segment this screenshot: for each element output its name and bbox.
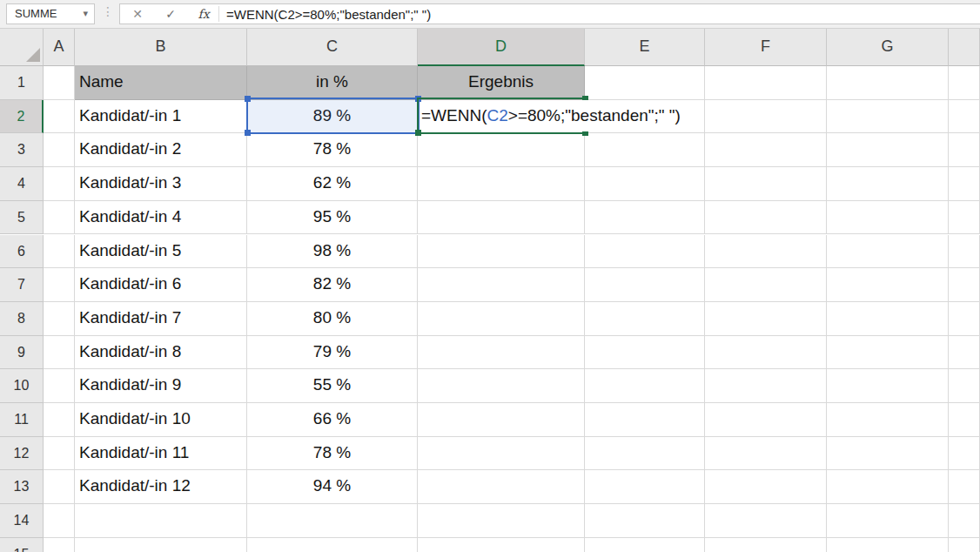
cell-A5[interactable] xyxy=(44,201,75,235)
cell-F3[interactable] xyxy=(705,133,827,167)
cell-E8[interactable] xyxy=(585,302,705,336)
cell-H5[interactable] xyxy=(949,201,980,235)
cell-G15[interactable] xyxy=(827,538,949,552)
cell-D15[interactable] xyxy=(418,538,585,552)
cell-C15[interactable] xyxy=(247,538,418,552)
row-header-5[interactable]: 5 xyxy=(0,201,44,235)
cell-H8[interactable] xyxy=(949,302,980,336)
column-header-G[interactable]: G xyxy=(827,29,949,66)
cell-E15[interactable] xyxy=(585,538,705,552)
cell-E9[interactable] xyxy=(585,336,705,370)
row-header-11[interactable]: 11 xyxy=(0,403,44,437)
cell-B11[interactable]: Kandidat/-in 10 xyxy=(75,403,247,437)
cell-G2[interactable] xyxy=(827,100,949,134)
cell-F1[interactable] xyxy=(705,66,827,100)
cell-C14[interactable] xyxy=(247,504,418,538)
cell-C3[interactable]: 78 % xyxy=(247,133,418,167)
cell-G11[interactable] xyxy=(827,403,949,437)
cell-D7[interactable] xyxy=(418,268,585,302)
cell-G6[interactable] xyxy=(827,235,949,269)
cell-E1[interactable] xyxy=(585,66,705,100)
cell-H7[interactable] xyxy=(949,268,980,302)
column-header-F[interactable]: F xyxy=(705,29,827,66)
cell-C12[interactable]: 78 % xyxy=(247,437,418,471)
cell-G1[interactable] xyxy=(827,66,949,100)
cell-C7[interactable]: 82 % xyxy=(247,268,418,302)
cell-F14[interactable] xyxy=(705,504,827,538)
row-header-12[interactable]: 12 xyxy=(0,437,44,471)
insert-function-icon[interactable]: fx xyxy=(191,5,216,23)
cell-E4[interactable] xyxy=(585,167,705,201)
cell-B14[interactable] xyxy=(75,504,247,538)
column-header-A[interactable]: A xyxy=(44,29,75,66)
cell-F12[interactable] xyxy=(705,437,827,471)
row-header-1[interactable]: 1 xyxy=(0,66,44,100)
cell-H2[interactable] xyxy=(949,100,980,134)
cell-B13[interactable]: Kandidat/-in 12 xyxy=(75,470,247,504)
cell-C6[interactable]: 98 % xyxy=(247,235,418,269)
cell-D1[interactable]: Ergebnis xyxy=(418,66,585,100)
enter-icon[interactable]: ✓ xyxy=(160,5,181,23)
cell-C1[interactable]: in % xyxy=(247,66,418,100)
cell-A4[interactable] xyxy=(44,167,75,201)
cell-F9[interactable] xyxy=(705,336,827,370)
cell-F15[interactable] xyxy=(705,538,827,552)
cell-F13[interactable] xyxy=(705,470,827,504)
cell-D9[interactable] xyxy=(418,336,585,370)
cell-D14[interactable] xyxy=(418,504,585,538)
cell-H6[interactable] xyxy=(949,235,980,269)
cell-C13[interactable]: 94 % xyxy=(247,470,418,504)
row-header-15[interactable]: 15 xyxy=(0,538,44,552)
chevron-down-icon[interactable]: ▾ xyxy=(83,8,88,19)
cell-A2[interactable] xyxy=(44,100,75,134)
cell-B8[interactable]: Kandidat/-in 7 xyxy=(75,302,247,336)
cell-E13[interactable] xyxy=(585,470,705,504)
cell-B2[interactable]: Kandidat/-in 1 xyxy=(75,100,247,134)
cell-A13[interactable] xyxy=(44,470,75,504)
cell-H14[interactable] xyxy=(949,504,980,538)
cell-F10[interactable] xyxy=(705,369,827,403)
cell-G5[interactable] xyxy=(827,201,949,235)
cell-A12[interactable] xyxy=(44,437,75,471)
cell-H15[interactable] xyxy=(949,538,980,552)
cell-G13[interactable] xyxy=(827,470,949,504)
cell-H3[interactable] xyxy=(949,133,980,167)
cell-E10[interactable] xyxy=(585,369,705,403)
cell-H10[interactable] xyxy=(949,369,980,403)
cell-A8[interactable] xyxy=(44,302,75,336)
row-header-3[interactable]: 3 xyxy=(0,133,44,167)
cell-A14[interactable] xyxy=(44,504,75,538)
column-header-H[interactable] xyxy=(949,29,980,66)
cell-A3[interactable] xyxy=(44,133,75,167)
cell-H13[interactable] xyxy=(949,470,980,504)
cell-B1[interactable]: Name xyxy=(75,66,247,100)
cell-D8[interactable] xyxy=(418,302,585,336)
formula-input[interactable]: =WENN(C2>=80%;"bestanden";" ") xyxy=(226,7,431,22)
row-header-7[interactable]: 7 xyxy=(0,268,44,302)
cell-F2[interactable] xyxy=(705,100,827,134)
cell-F7[interactable] xyxy=(705,268,827,302)
cell-G14[interactable] xyxy=(827,504,949,538)
row-header-9[interactable]: 9 xyxy=(0,336,44,370)
cell-D11[interactable] xyxy=(418,403,585,437)
cell-D10[interactable] xyxy=(418,369,585,403)
cell-B15[interactable] xyxy=(75,538,247,552)
name-box[interactable]: SUMME ▾ xyxy=(6,3,95,24)
cell-G10[interactable] xyxy=(827,369,949,403)
cell-D4[interactable] xyxy=(418,167,585,201)
row-header-8[interactable]: 8 xyxy=(0,302,44,336)
row-header-14[interactable]: 14 xyxy=(0,504,44,538)
cell-H4[interactable] xyxy=(949,167,980,201)
cell-D5[interactable] xyxy=(418,201,585,235)
cell-B5[interactable]: Kandidat/-in 4 xyxy=(75,201,247,235)
cell-H1[interactable] xyxy=(949,66,980,100)
cell-F8[interactable] xyxy=(705,302,827,336)
row-header-4[interactable]: 4 xyxy=(0,167,44,201)
cell-E7[interactable] xyxy=(585,268,705,302)
cell-B4[interactable]: Kandidat/-in 3 xyxy=(75,167,247,201)
row-header-13[interactable]: 13 xyxy=(0,470,44,504)
cell-D13[interactable] xyxy=(418,470,585,504)
cell-C5[interactable]: 95 % xyxy=(247,201,418,235)
cell-G3[interactable] xyxy=(827,133,949,167)
cell-C9[interactable]: 79 % xyxy=(247,336,418,370)
